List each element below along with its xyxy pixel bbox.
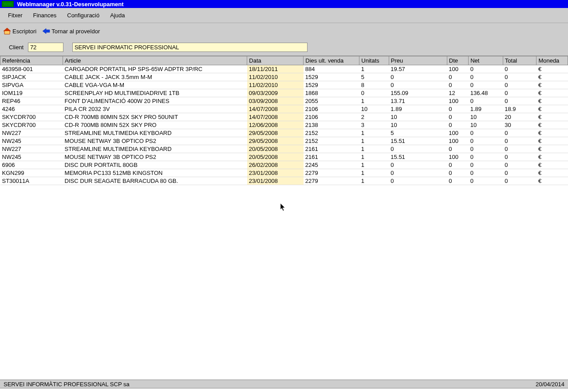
cell-ref: IOM119 [0,89,63,97]
cell-total: 0 [503,81,536,89]
cell-date: 26/02/2008 [247,161,304,169]
desktop-button[interactable]: Escriptori [3,27,36,35]
menu-ajuda[interactable]: Ajuda [105,10,130,20]
cell-dte: 100 [447,137,468,145]
table-row[interactable]: SIPJACKCABLE JACK - JACK 3.5mm M-M11/02/… [0,73,568,81]
titlebar: WIM WebImanager v.0.31-Desenvolupament [0,0,568,8]
table-row[interactable]: NW227STREAMLINE MULTIMEDIA KEYBOARD20/05… [0,145,568,153]
cell-dies: 2055 [304,97,359,105]
cell-total: 0 [503,169,536,177]
table-row[interactable]: REP46FONT D'ALIMENTACIÓ 400W 20 PINES03/… [0,97,568,105]
col-header[interactable]: Unitats [359,56,389,65]
table-row[interactable]: 6906DISC DUR PORTATIL 80GB26/02/20082245… [0,161,568,169]
cell-ref: NW245 [0,137,63,145]
table-row[interactable]: KGN299MEMORIA PC133 512MB KINGSTON23/01/… [0,169,568,177]
table-row[interactable]: SKYCDR700CD-R 700MB 80MIN 52X SKY PRO 50… [0,113,568,121]
cell-dies: 2245 [304,161,359,169]
cell-art: CARGADOR PORTATIL HP SPS-65W ADPTR 3P/RC [63,65,247,73]
table-row[interactable]: ST30011ADISC DUR SEAGATE BARRACUDA 80 GB… [0,177,568,185]
cell-unitats: 1 [359,145,389,153]
cell-dies: 2161 [304,145,359,153]
cell-date: 14/07/2008 [247,113,304,121]
cell-ref: KGN299 [0,169,63,177]
cell-dies: 884 [304,65,359,73]
cell-date: 23/01/2008 [247,177,304,185]
col-header[interactable]: Total [503,56,536,65]
cell-net: 1.89 [469,105,503,113]
col-header[interactable]: Dies ult. venda [304,56,359,65]
cell-dies: 2152 [304,129,359,137]
cell-preu: 10 [389,113,447,121]
desktop-label: Escriptori [12,28,36,35]
cell-total: 0 [503,89,536,97]
cell-ref: 4246 [0,105,63,113]
col-header[interactable]: Data [247,56,304,65]
cell-dte: 0 [447,161,468,169]
cell-total: 0 [503,97,536,105]
cell-date: 03/09/2008 [247,97,304,105]
cell-moneda: € [536,177,568,185]
cell-unitats: 1 [359,129,389,137]
cell-preu: 19.57 [389,65,447,73]
menu-configuracio[interactable]: Configuració [62,10,105,20]
col-header[interactable]: Net [469,56,503,65]
cell-total: 0 [503,177,536,185]
cell-art: FONT D'ALIMENTACIÓ 400W 20 PINES [63,97,247,105]
app-icon: WIM [2,1,14,7]
col-header[interactable]: Moneda [536,56,568,65]
cell-preu: 0 [389,145,447,153]
cell-unitats: 5 [359,73,389,81]
cell-total: 0 [503,65,536,73]
back-button[interactable]: Tornar al proveïdor [42,28,100,35]
cell-dies: 2138 [304,121,359,129]
cell-preu: 13.71 [389,97,447,105]
cell-net: 0 [469,169,503,177]
cell-ref: 6906 [0,161,63,169]
cell-ref: ST30011A [0,177,63,185]
menu-finances[interactable]: Finances [28,10,62,20]
menu-fitxer[interactable]: Fitxer [3,10,28,20]
cell-date: 14/07/2008 [247,105,304,113]
table-row[interactable]: 4246PILA CR 2032 3V14/07/20082106101.890… [0,105,568,113]
cell-dies: 2279 [304,177,359,185]
cell-art: CD-R 700MB 80MIN 52X SKY PRO 50UNIT [63,113,247,121]
cell-moneda: € [536,89,568,97]
cell-dte: 100 [447,97,468,105]
cell-total: 30 [503,121,536,129]
cell-preu: 15.51 [389,153,447,161]
table-row[interactable]: NW245MOUSE NETWAY 3B OPTICO PS220/05/200… [0,153,568,161]
table-row[interactable]: SIPVGACABLE VGA-VGA M-M11/02/20101529800… [0,81,568,89]
toolbar: Escriptori Tornar al proveïdor [0,23,568,39]
cell-total: 20 [503,113,536,121]
col-header[interactable]: Dte [447,56,468,65]
cell-dte: 0 [447,145,468,153]
svg-marker-3 [280,203,285,211]
data-table: ReferènciaArticleDataDies ult. vendaUnit… [0,56,568,185]
cell-dte: 100 [447,129,468,137]
client-id-input[interactable] [28,43,63,52]
cell-moneda: € [536,137,568,145]
table-row[interactable]: SKYCDR700CD-R 700MB 80MIN 52X SKY PRO12/… [0,121,568,129]
cell-ref: 463958-001 [0,65,63,73]
cell-date: 12/06/2008 [247,121,304,129]
cell-moneda: € [536,129,568,137]
cell-total: 0 [503,161,536,169]
col-header[interactable]: Referència [0,56,63,65]
cell-date: 20/05/2008 [247,153,304,161]
cell-net: 10 [469,121,503,129]
table-row[interactable]: NW227STREAMLINE MULTIMEDIA KEYBOARD29/05… [0,129,568,137]
cell-dte: 0 [447,73,468,81]
cell-ref: SKYCDR700 [0,113,63,121]
cell-ref: SIPVGA [0,81,63,89]
cell-dte: 0 [447,113,468,121]
cell-total: 0 [503,73,536,81]
home-icon [3,27,12,35]
table-row[interactable]: IOM119SCREENPLAY HD MULTIMEDIADRIVE 1TB0… [0,89,568,97]
cell-moneda: € [536,145,568,153]
cell-art: DISC DUR PORTATIL 80GB [63,161,247,169]
table-row[interactable]: 463958-001CARGADOR PORTATIL HP SPS-65W A… [0,65,568,73]
client-name-input[interactable] [72,43,308,52]
col-header[interactable]: Article [63,56,247,65]
table-row[interactable]: NW245MOUSE NETWAY 3B OPTICO PS229/05/200… [0,137,568,145]
col-header[interactable]: Preu [389,56,447,65]
